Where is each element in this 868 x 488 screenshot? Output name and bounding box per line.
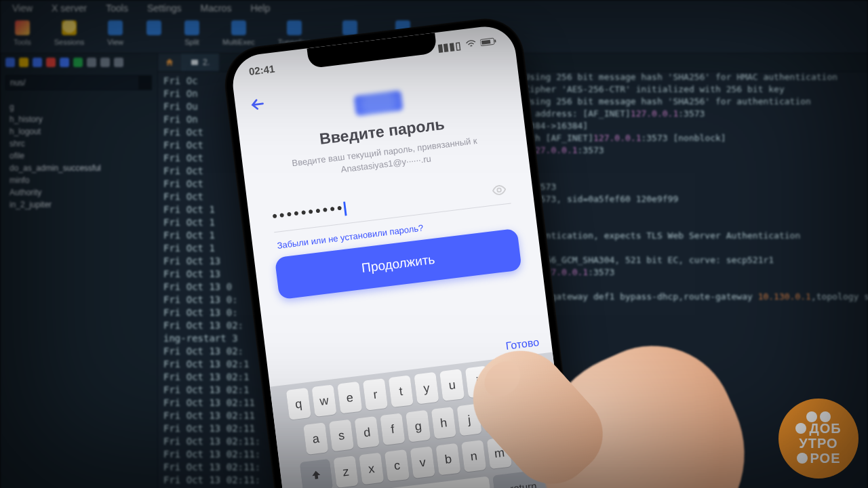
toolbar-multiexec[interactable]: MultiExec bbox=[222, 20, 255, 46]
multiexec-icon bbox=[231, 20, 246, 35]
key-k[interactable]: k bbox=[482, 401, 507, 433]
file-item[interactable]: do_as_admin_successful bbox=[0, 162, 157, 174]
channel-watermark: ДОБ УТРО РОЕ bbox=[778, 399, 859, 479]
key-x[interactable]: x bbox=[359, 453, 384, 485]
key-backspace[interactable] bbox=[513, 432, 546, 466]
key-i[interactable]: i bbox=[465, 366, 490, 399]
refresh-icon[interactable] bbox=[33, 58, 42, 67]
password-input[interactable]: ••••••••••| bbox=[271, 199, 350, 225]
path-input[interactable] bbox=[5, 75, 139, 90]
stop-icon[interactable] bbox=[46, 58, 56, 67]
toolbar-games[interactable]: . bbox=[146, 20, 161, 46]
menu-settings[interactable]: Settings bbox=[147, 3, 182, 14]
key-r[interactable]: r bbox=[363, 378, 388, 411]
key-z[interactable]: z bbox=[334, 455, 359, 488]
keyboard-done[interactable]: Готово bbox=[505, 336, 540, 352]
eye-icon[interactable] bbox=[491, 182, 508, 201]
key-shift[interactable] bbox=[300, 459, 333, 488]
menu-help[interactable]: Help bbox=[250, 3, 270, 14]
history-icon[interactable] bbox=[87, 58, 96, 67]
key-j[interactable]: j bbox=[457, 404, 482, 436]
phone-notch bbox=[307, 33, 437, 68]
app-menubar: View X server Tools Settings Macros Help bbox=[0, 0, 868, 16]
arrow-left-icon bbox=[248, 94, 268, 114]
back-button[interactable] bbox=[248, 94, 268, 117]
tab-session[interactable]: 2. bbox=[181, 54, 219, 71]
more-icon[interactable] bbox=[114, 58, 123, 67]
file-sidebar: g h_history h_logout shrc ofile do_as_ad… bbox=[0, 54, 158, 488]
key-v[interactable]: v bbox=[410, 446, 435, 479]
key-e[interactable]: e bbox=[337, 382, 362, 414]
terminal-icon bbox=[191, 58, 199, 66]
key-f[interactable]: f bbox=[380, 413, 405, 445]
file-item[interactable]: h_logout bbox=[0, 125, 157, 138]
key-return[interactable]: return bbox=[492, 468, 554, 488]
key-g[interactable]: g bbox=[406, 410, 431, 443]
svg-rect-3 bbox=[494, 39, 496, 42]
file-item[interactable]: g bbox=[0, 101, 157, 113]
key-m[interactable]: m bbox=[487, 437, 512, 470]
tab-home[interactable] bbox=[158, 54, 181, 71]
star-icon bbox=[62, 20, 77, 35]
toolbar-split[interactable]: Split bbox=[184, 20, 199, 46]
view-icon bbox=[108, 20, 123, 35]
wrench-icon bbox=[15, 20, 30, 35]
toolbar-view[interactable]: View bbox=[107, 20, 123, 46]
toolbar-tools[interactable]: Tools bbox=[14, 20, 31, 46]
key-n[interactable]: n bbox=[461, 440, 486, 472]
menu-view[interactable]: View bbox=[12, 3, 33, 14]
battery-icon bbox=[479, 35, 497, 49]
key-t[interactable]: t bbox=[389, 375, 414, 408]
key-b[interactable]: b bbox=[435, 443, 460, 476]
key-l[interactable]: l bbox=[508, 397, 533, 430]
file-item[interactable]: shrc bbox=[0, 138, 157, 150]
up-icon[interactable] bbox=[73, 58, 83, 67]
key-p[interactable]: p bbox=[516, 359, 541, 392]
phone-screen: 02:41 ▮▮▮▯ Введите пароль Введите ваш те… bbox=[229, 23, 580, 488]
split-icon bbox=[184, 20, 199, 35]
home-icon[interactable] bbox=[60, 58, 69, 67]
backspace-icon bbox=[521, 443, 537, 457]
sidebar-toolbar bbox=[0, 54, 157, 71]
file-list[interactable]: g h_history h_logout shrc ofile do_as_ad… bbox=[0, 94, 157, 212]
svg-rect-0 bbox=[191, 60, 198, 65]
file-item[interactable]: minfo bbox=[0, 174, 157, 186]
key-u[interactable]: u bbox=[439, 369, 465, 401]
tunnel-icon bbox=[287, 20, 302, 35]
file-item[interactable]: in_2_jupiter bbox=[0, 199, 157, 211]
key-y[interactable]: y bbox=[414, 372, 439, 405]
games-icon bbox=[146, 20, 161, 35]
search-icon[interactable] bbox=[100, 58, 110, 67]
key-o[interactable]: o bbox=[491, 363, 516, 395]
key-d[interactable]: d bbox=[355, 416, 380, 449]
file-item[interactable]: Authority bbox=[0, 186, 157, 199]
shift-icon bbox=[309, 468, 323, 482]
app-logo bbox=[354, 90, 403, 116]
file-item[interactable]: ofile bbox=[0, 150, 157, 162]
menu-macros[interactable]: Macros bbox=[201, 3, 232, 14]
svg-point-4 bbox=[497, 188, 501, 192]
tab-label: 2. bbox=[203, 58, 210, 67]
signal-icon: ▮▮▮▯ bbox=[437, 39, 462, 54]
home-icon bbox=[165, 58, 174, 67]
svg-rect-2 bbox=[481, 39, 491, 44]
key-h[interactable]: h bbox=[431, 407, 456, 439]
go-icon[interactable] bbox=[139, 75, 152, 90]
packages-icon bbox=[342, 20, 357, 35]
key-w[interactable]: w bbox=[311, 384, 336, 417]
wifi-icon bbox=[465, 37, 477, 50]
key-a[interactable]: a bbox=[303, 422, 328, 455]
menu-xserver[interactable]: X server bbox=[52, 3, 87, 14]
key-c[interactable]: c bbox=[384, 449, 410, 482]
folder-icon[interactable] bbox=[19, 58, 28, 67]
menu-tools[interactable]: Tools bbox=[106, 3, 128, 14]
key-s[interactable]: s bbox=[329, 420, 354, 452]
status-time: 02:41 bbox=[248, 62, 275, 77]
toolbar-sessions[interactable]: Sessions bbox=[54, 20, 85, 46]
file-item[interactable]: h_history bbox=[0, 113, 157, 125]
globe-icon[interactable] bbox=[5, 58, 15, 67]
key-q[interactable]: q bbox=[286, 388, 311, 420]
